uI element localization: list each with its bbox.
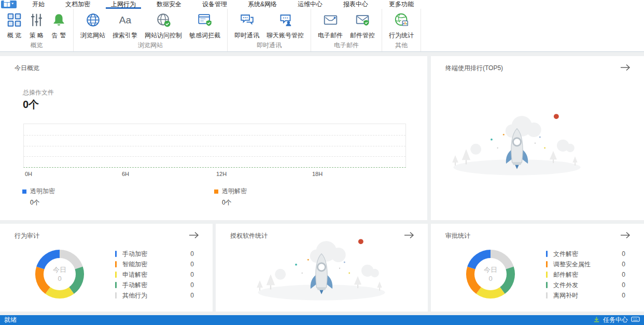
legend-color-marker <box>115 292 117 299</box>
legend-label: 其他行为 <box>122 291 147 300</box>
donut-legend: 文件解密0调整安全属性0邮件解密0文件外发0离网补时0 <box>546 249 625 301</box>
legend-label: 调整安全属性 <box>553 260 591 269</box>
ribbon-group-label: 即时通讯 <box>231 40 307 53</box>
menu-tab-8[interactable]: 更多功能 <box>384 0 419 9</box>
card-title: 终端使用排行(TOP5) <box>445 64 503 73</box>
menu-tab-6[interactable]: 运维中心 <box>292 0 328 9</box>
legend-label: 文件外发 <box>553 281 578 290</box>
chevron-down-icon <box>11 3 14 4</box>
menu-tabs: 开始文档加密上网行为数据安全设备管理系统&网络运维中心报表中心更多功能 <box>27 0 429 9</box>
donut-legend-item: 手动加密0 <box>115 249 194 259</box>
device-icon[interactable] <box>631 316 640 324</box>
dashboard: 今日概览 总操作文件 0个 0H6H12H18H 透明加密0个透明解密0个 终端… <box>0 52 644 315</box>
app-menu-button[interactable] <box>1 1 17 8</box>
legend-label: 智能加密 <box>122 260 147 269</box>
menu-tab-2[interactable]: 上网行为 <box>106 0 141 9</box>
legend-value: 0 <box>622 261 625 268</box>
donut-legend-item: 其他行为0 <box>115 290 194 301</box>
chat-user-icon <box>278 12 293 30</box>
menu-tab-7[interactable]: 报表中心 <box>338 0 373 9</box>
legend-value: 0 <box>190 271 194 278</box>
stat-label: 总操作文件 <box>23 88 54 97</box>
menu-tab-0[interactable]: 开始 <box>27 0 50 9</box>
hourly-chart-axis: 0H6H12H18H <box>23 171 406 178</box>
ribbon-button-3-0[interactable]: 电子邮件 <box>314 9 346 40</box>
donut-legend-item: 智能加密0 <box>115 259 194 269</box>
ribbon-button-0-1[interactable]: 策 略 <box>25 9 48 40</box>
sliders-icon <box>29 12 44 30</box>
legend-color-marker <box>22 189 26 194</box>
donut-legend-item: 手动解密0 <box>115 280 194 290</box>
ribbon-button-4-0[interactable]: 行为统计 <box>385 9 417 40</box>
ribbon-button-2-0[interactable]: 即时通讯 <box>231 9 263 40</box>
legend-color-marker <box>115 261 117 267</box>
ribbon-button-1-0[interactable]: 浏览网站 <box>77 9 109 40</box>
donut-chart <box>31 246 88 303</box>
open-detail-arrow-icon[interactable] <box>620 64 631 73</box>
app-window: 开始文档加密上网行为数据安全设备管理系统&网络运维中心报表中心更多功能 概 览策… <box>0 0 644 325</box>
ribbon-button-label: 网站访问控制 <box>145 31 182 40</box>
mail-shield-icon <box>355 12 370 30</box>
menu-tab-1[interactable]: 文档加密 <box>60 0 95 9</box>
search-font-icon: Aa <box>118 12 133 30</box>
ribbon-button-label: 即时通讯 <box>234 31 259 40</box>
legend-label: 手动解密 <box>122 281 147 290</box>
legend-label: 透明加密 <box>30 187 55 196</box>
legend-value: 0个 <box>222 198 247 207</box>
ribbon-button-0-0[interactable]: 概 览 <box>3 9 25 40</box>
menu-tab-4[interactable]: 设备管理 <box>197 0 232 9</box>
legend-label: 手动加密 <box>122 250 147 259</box>
ribbon-button-label: 告 警 <box>52 31 66 40</box>
menu-tab-5[interactable]: 系统&网络 <box>243 0 282 9</box>
download-icon[interactable] <box>593 316 600 324</box>
legend-value: 0 <box>190 281 194 289</box>
legend-label: 文件解密 <box>553 250 578 259</box>
legend-value: 0 <box>190 292 194 299</box>
menu-tab-3[interactable]: 数据安全 <box>151 0 187 9</box>
menubar: 开始文档加密上网行为数据安全设备管理系统&网络运维中心报表中心更多功能 <box>0 0 644 9</box>
ribbon-button-1-3[interactable]: 敏感词拦截 <box>186 9 224 40</box>
stat-value: 0个 <box>23 98 39 112</box>
donut-legend-item: 离网补时0 <box>546 290 625 301</box>
card-today-overview: 今日概览 总操作文件 0个 0H6H12H18H 透明加密0个透明解密0个 <box>0 56 427 220</box>
ribbon-button-label: 聊天账号管控 <box>267 31 304 40</box>
open-detail-arrow-icon[interactable] <box>620 232 631 241</box>
ribbon-button-label: 电子邮件 <box>318 31 343 40</box>
ribbon-group-1: 浏览网站Aa搜索引擎网站访问控制敏感词拦截浏览网站 <box>74 9 228 51</box>
page-shield-icon <box>198 12 213 30</box>
axis-tick: 12H <box>216 171 227 177</box>
ribbon-button-1-2[interactable]: 网站访问控制 <box>141 9 186 40</box>
axis-tick: 18H <box>312 171 323 177</box>
ribbon-button-0-2[interactable]: 告 警 <box>48 9 70 40</box>
donut-legend-item: 调整安全属性0 <box>546 259 625 269</box>
ribbon-button-3-1[interactable]: 邮件管控 <box>346 9 379 40</box>
legend-color-marker <box>546 261 548 267</box>
card-title: 今日概览 <box>15 64 39 73</box>
donut-legend-item: 文件外发0 <box>546 280 625 290</box>
open-detail-arrow-icon[interactable] <box>189 232 199 241</box>
mail-icon <box>323 12 338 30</box>
globe-icon <box>86 12 101 30</box>
legend-color-marker <box>546 251 548 257</box>
globe-check-icon <box>156 12 171 30</box>
ribbon-button-label: 敏感词拦截 <box>189 31 220 40</box>
ribbon-button-2-1[interactable]: 聊天账号管控 <box>263 9 307 40</box>
globe-stats-icon <box>394 12 409 30</box>
ribbon-group-2: 即时通讯聊天账号管控即时通讯 <box>228 9 311 51</box>
ribbon-button-label: 概 览 <box>7 31 21 40</box>
ribbon-button-label: 邮件管控 <box>350 31 375 40</box>
legend-color-marker <box>214 189 218 194</box>
legend-color-marker <box>115 272 117 278</box>
legend-label: 邮件解密 <box>553 270 578 279</box>
ribbon-button-1-1[interactable]: Aa搜索引擎 <box>109 9 141 40</box>
bell-icon <box>51 12 66 30</box>
legend-color-marker <box>546 282 548 288</box>
legend-color-marker <box>115 282 117 288</box>
donut-legend: 手动加密0智能加密0申请解密0手动解密0其他行为0 <box>115 249 194 301</box>
task-center-button[interactable]: 任务中心 <box>603 316 628 324</box>
chart-legend-item: 透明加密0个 <box>22 187 55 207</box>
open-detail-arrow-icon[interactable] <box>404 232 414 241</box>
legend-color-marker <box>546 292 548 299</box>
empty-state-illustration <box>249 233 394 308</box>
legend-color-marker <box>115 251 117 257</box>
